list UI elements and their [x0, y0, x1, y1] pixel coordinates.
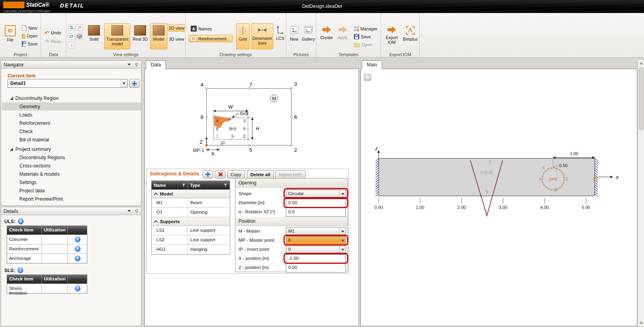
- current-item-select[interactable]: Detail1: [8, 79, 128, 88]
- template-manager-button[interactable]: Manager: [352, 25, 379, 32]
- view-tool-button-2[interactable]: ↗: [76, 24, 83, 31]
- tab-main[interactable]: Main: [362, 60, 382, 69]
- undo-button[interactable]: Undo: [43, 29, 64, 36]
- section-position[interactable]: Position: [235, 217, 347, 226]
- gallery-button[interactable]: Gallery: [301, 23, 315, 49]
- tree-item-loads[interactable]: Loads: [2, 111, 141, 119]
- insert-point-select[interactable]: 0: [286, 245, 346, 254]
- help-icon[interactable]: [18, 218, 24, 224]
- delete-all-button[interactable]: Delete all: [247, 170, 274, 179]
- tree-item-settings[interactable]: Settings: [2, 178, 141, 186]
- help-icon[interactable]: [17, 267, 23, 273]
- real-3d-button[interactable]: Real 3D: [131, 23, 149, 49]
- table-row-o1[interactable]: O1 Opening: [152, 208, 230, 217]
- tree-item-cross-sections[interactable]: Cross-sections: [2, 162, 141, 170]
- tree-item-materials-models[interactable]: Materials & models: [2, 170, 141, 178]
- reinforcement-button[interactable]: Reinforcement: [189, 35, 233, 42]
- view-2d-button[interactable]: 2D view: [168, 24, 185, 32]
- tree-item-report-preview[interactable]: Report Preview/Print: [2, 195, 141, 203]
- open-button[interactable]: Open: [20, 32, 39, 39]
- table-row[interactable]: Concrete: [7, 235, 87, 244]
- group-row-model[interactable]: Model: [152, 190, 230, 198]
- arrow-diagonal-icon: ↗: [77, 25, 81, 30]
- view-tool-button-5[interactable]: ↕: [68, 41, 75, 49]
- ribbon-group-view-settings: ⇅ ↗ ⇄ ↕ Solid Transparent model Real 3D …: [66, 13, 186, 58]
- template-open-button[interactable]: Open: [352, 41, 379, 48]
- copy-button[interactable]: Copy: [227, 170, 245, 179]
- pin-icon[interactable]: [135, 209, 139, 214]
- diameter-input[interactable]: 0.50: [286, 199, 346, 208]
- master-point-select[interactable]: 6: [286, 236, 346, 245]
- model-button[interactable]: Model: [150, 23, 167, 49]
- view-3d-button[interactable]: 3D view: [168, 35, 185, 43]
- scrollbar-thumb[interactable]: [639, 67, 644, 130]
- picture-new-button[interactable]: New: [288, 23, 300, 49]
- help-icon[interactable]: [75, 237, 81, 242]
- transparent-model-button[interactable]: Transparent model: [104, 23, 130, 49]
- help-icon[interactable]: [75, 286, 81, 291]
- import-dxf-button[interactable]: Import DXF: [275, 170, 306, 179]
- vertical-scrollbar[interactable]: [638, 60, 644, 326]
- chevron-down-icon[interactable]: [128, 210, 131, 212]
- tab-data[interactable]: Data: [146, 60, 166, 69]
- view-tool-button-1[interactable]: ⇅: [68, 24, 75, 31]
- save-button[interactable]: Save: [20, 40, 39, 47]
- filter-funnel-icon[interactable]: [182, 183, 186, 187]
- table-row-ls1[interactable]: LS1 Line support: [152, 226, 230, 235]
- new-button[interactable]: New: [20, 24, 39, 32]
- expander-icon[interactable]: [10, 97, 13, 100]
- tree-item-reinforcement[interactable]: Reinforcement: [2, 119, 141, 127]
- names-button[interactable]: Names: [189, 25, 233, 32]
- template-create-button[interactable]: Create: [319, 23, 334, 49]
- master-select[interactable]: M1: [286, 227, 346, 236]
- insert-point-label: IP - Insert point: [238, 247, 269, 252]
- export-iom-button[interactable]: Export IOM: [383, 23, 401, 49]
- file-button[interactable]: File: [2, 23, 18, 49]
- delete-subregion-button[interactable]: [215, 170, 225, 179]
- tree-item-geometry[interactable]: Geometry: [2, 102, 141, 111]
- add-detail-button[interactable]: [129, 79, 139, 88]
- template-save-button[interactable]: Save: [352, 33, 379, 40]
- section-opening[interactable]: Opening: [235, 179, 347, 188]
- add-subregion-button[interactable]: [203, 170, 213, 179]
- filter-funnel-icon[interactable]: [223, 183, 227, 187]
- lcs-button[interactable]: LCS: [275, 23, 285, 49]
- tree-item-bill-of-material[interactable]: Bill of material: [2, 135, 141, 144]
- main-drawing[interactable]: z x 7 0=9 5 7 8 0=9 6 5: [361, 69, 637, 326]
- template-apply-button[interactable]: Apply: [335, 23, 350, 49]
- help-icon[interactable]: [75, 256, 81, 261]
- z-position-input[interactable]: 0.00: [286, 263, 346, 272]
- table-row-hg1[interactable]: HG1 Hanging: [152, 245, 230, 254]
- help-icon[interactable]: [75, 246, 81, 252]
- column-header-name[interactable]: Name: [152, 181, 188, 190]
- table-row-ls2[interactable]: LS2 Line support: [152, 235, 230, 245]
- table-row[interactable]: Stress limitation: [7, 284, 87, 293]
- scroll-up-button[interactable]: [639, 61, 644, 66]
- rotation-input[interactable]: 0.0: [286, 208, 346, 217]
- redo-button[interactable]: Redo: [43, 38, 64, 45]
- table-row-m1[interactable]: M1 Beam: [152, 198, 230, 208]
- table-row[interactable]: Anchorage: [7, 254, 87, 263]
- group-row-supports[interactable]: Supports: [152, 217, 230, 226]
- view-tool-button-3[interactable]: ⇄: [68, 33, 75, 40]
- table-row[interactable]: Reinforcement: [7, 244, 87, 254]
- solid-button[interactable]: Solid: [84, 23, 103, 49]
- chevron-down-icon[interactable]: [128, 64, 131, 66]
- bimplus-button[interactable]: Bimplus: [402, 23, 419, 49]
- column-header-type[interactable]: Type: [188, 181, 230, 190]
- shape-select[interactable]: Circular: [286, 190, 346, 199]
- tree-item-check[interactable]: Check: [2, 127, 141, 135]
- tree-item-discontinuity-regions[interactable]: Discontinuity Regions: [2, 153, 141, 162]
- dimension-lines-button[interactable]: Dimension lines: [251, 23, 273, 49]
- view-tool-button-4[interactable]: [76, 33, 83, 40]
- svg-text:3: 3: [243, 118, 246, 123]
- tree-item-discontinuity-region[interactable]: Discontinuity Region: [2, 94, 141, 102]
- tree-item-project-summary[interactable]: Project summary: [2, 145, 141, 153]
- x-position-input[interactable]: -1.00: [286, 254, 346, 263]
- svg-text:2.00: 2.00: [457, 205, 466, 210]
- scroll-down-button[interactable]: [639, 321, 644, 325]
- expander-icon[interactable]: [10, 148, 13, 151]
- pin-icon[interactable]: [135, 62, 139, 67]
- tree-item-project-data[interactable]: Project data: [2, 186, 141, 195]
- grid-button[interactable]: Grid: [236, 23, 250, 49]
